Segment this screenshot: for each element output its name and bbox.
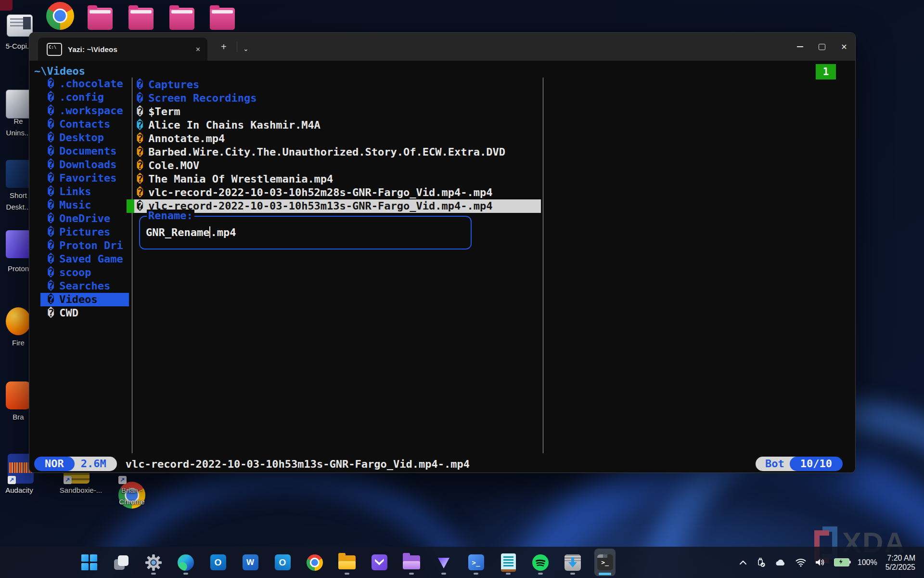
parent-directory-list: �.chocolate �.config �.workspace �Contac… bbox=[40, 77, 129, 320]
pink-folder-icon[interactable] bbox=[210, 8, 235, 30]
settings-icon[interactable] bbox=[143, 549, 164, 576]
parent-row[interactable]: �OneDrive bbox=[40, 212, 129, 225]
parent-row[interactable]: �Links bbox=[40, 185, 129, 198]
audacity-label: Audacity bbox=[0, 485, 46, 496]
parent-row[interactable]: �Favorites bbox=[40, 171, 129, 185]
status-filename: vlc-record-2022-10-03-10h53m13s-GNR-Farg… bbox=[126, 458, 470, 470]
proton-vpn-icon[interactable] bbox=[433, 549, 454, 576]
folder-name: Pictures bbox=[59, 225, 110, 239]
rename-input[interactable]: GNR_Rename.mp4 bbox=[146, 226, 236, 238]
mail-app-icon[interactable] bbox=[369, 549, 390, 576]
parent-row[interactable]: �Saved Game bbox=[40, 252, 129, 266]
parent-row[interactable]: �.config bbox=[40, 91, 129, 104]
start-button[interactable] bbox=[78, 549, 100, 576]
parent-row[interactable]: �Music bbox=[40, 198, 129, 212]
minimize-button[interactable] bbox=[789, 33, 811, 61]
battery-percentage: 100% bbox=[858, 558, 877, 567]
parent-row[interactable]: �Documents bbox=[40, 144, 129, 158]
parent-row[interactable]: �scoop bbox=[40, 266, 129, 279]
parent-row[interactable]: �CWD bbox=[40, 306, 129, 320]
spotify-icon[interactable] bbox=[530, 549, 551, 576]
mode-indicator: NOR bbox=[34, 457, 75, 471]
proton-icon[interactable] bbox=[6, 230, 31, 258]
rename-dialog: Rename: GNR_Rename.mp4 bbox=[139, 216, 472, 250]
taskbar: O W O >_ bbox=[0, 547, 924, 578]
parent-row[interactable]: �Desktop bbox=[40, 131, 129, 144]
word-icon[interactable]: W bbox=[240, 549, 261, 576]
volume-icon[interactable] bbox=[815, 558, 826, 567]
installer-icon[interactable] bbox=[562, 549, 583, 576]
maximize-button[interactable] bbox=[811, 33, 833, 61]
folder-icon: � bbox=[48, 306, 54, 320]
tab-bar-divider bbox=[237, 41, 237, 52]
parent-row[interactable]: �.workspace bbox=[40, 104, 129, 118]
parent-row[interactable]: �Downloads bbox=[40, 158, 129, 171]
parent-row[interactable]: �Pictures bbox=[40, 225, 129, 239]
outlook-icon[interactable]: O bbox=[207, 549, 229, 576]
firefox-icon[interactable] bbox=[6, 307, 31, 335]
revo-uninstaller-icon[interactable] bbox=[6, 90, 32, 118]
screenshot-file-icon[interactable] bbox=[7, 14, 33, 37]
pink-folder-icon[interactable] bbox=[128, 8, 154, 30]
tray-date: 5/2/2025 bbox=[886, 563, 915, 572]
windows-terminal-icon[interactable]: >_ bbox=[594, 549, 616, 576]
file-row[interactable]: �Alice In Chains Kashmir.M4A bbox=[134, 118, 541, 132]
file-name: Barbed.Wire.City.The.Unauthorized.Story.… bbox=[148, 145, 505, 159]
notepad-plus-plus-icon[interactable] bbox=[498, 549, 519, 576]
parent-row[interactable]: �Videos bbox=[40, 293, 129, 306]
file-icon: � bbox=[137, 92, 143, 105]
tray-chevron-up-icon[interactable] bbox=[739, 559, 747, 566]
gear-icon bbox=[145, 554, 162, 571]
current-directory-header: ~\Videos bbox=[34, 65, 85, 78]
file-icon: � bbox=[137, 132, 143, 145]
tab-dropdown-icon[interactable]: ⌄ bbox=[243, 42, 249, 55]
terminal-tab[interactable]: C:\ Yazi: ~\Videos ✕ bbox=[38, 38, 207, 61]
tab-close-icon[interactable]: ✕ bbox=[195, 46, 201, 53]
onedrive-cloud-icon[interactable] bbox=[774, 558, 787, 567]
file-icon: � bbox=[137, 159, 143, 172]
purple-folder-icon[interactable] bbox=[401, 549, 422, 576]
shortcuts-desktop-icon[interactable] bbox=[6, 160, 31, 188]
file-icon: � bbox=[137, 186, 143, 199]
usb-eject-icon[interactable] bbox=[756, 557, 766, 568]
file-size-indicator: 2.6M bbox=[67, 457, 117, 471]
file-row[interactable]: �vlc-record-2022-10-03-10h52m28s-GNR-Far… bbox=[134, 186, 541, 199]
folder-name: scoop bbox=[59, 266, 91, 279]
brian-chrome-label: Brian - Chrome bbox=[105, 485, 158, 508]
file-explorer-icon[interactable] bbox=[336, 549, 358, 576]
pink-folder-icon[interactable] bbox=[88, 8, 113, 30]
window-close-button[interactable]: ✕ bbox=[833, 33, 855, 61]
parent-row[interactable]: �Contacts bbox=[40, 118, 129, 131]
pink-folder-icon[interactable] bbox=[169, 8, 194, 30]
clock[interactable]: 7:20 AM 5/2/2025 bbox=[886, 553, 915, 572]
task-view-icon[interactable] bbox=[111, 549, 132, 576]
new-tab-button[interactable]: + bbox=[221, 40, 227, 53]
folder-name: Music bbox=[59, 198, 91, 212]
wifi-icon[interactable] bbox=[795, 558, 807, 567]
outlook-calendar-icon[interactable]: O bbox=[272, 549, 293, 576]
folder-name: Proton Dri bbox=[59, 239, 123, 252]
battery-icon[interactable] bbox=[834, 558, 849, 566]
chrome-desktop-icon[interactable] bbox=[46, 2, 74, 30]
file-row[interactable]: �vlc-record-2022-10-03-10h53m13s-GNR-Far… bbox=[134, 199, 541, 213]
file-row[interactable]: �The Mania Of Wrestlemania.mp4 bbox=[134, 172, 541, 186]
edge-icon[interactable] bbox=[175, 549, 196, 576]
parent-row[interactable]: �Proton Dri bbox=[40, 239, 129, 252]
file-row[interactable]: �Captures bbox=[134, 78, 541, 92]
folder-name: Documents bbox=[59, 144, 116, 158]
brave-icon[interactable] bbox=[6, 381, 31, 409]
status-bar: NOR 2.6M vlc-record-2022-10-03-10h53m13s… bbox=[34, 457, 470, 471]
parent-row[interactable]: �.chocolate bbox=[40, 77, 129, 91]
chrome-taskbar-icon[interactable] bbox=[304, 549, 325, 576]
file-row[interactable]: �Screen Recordings bbox=[134, 92, 541, 105]
file-row[interactable]: �$Term bbox=[134, 105, 541, 118]
file-row[interactable]: �Barbed.Wire.City.The.Unauthorized.Story… bbox=[134, 145, 541, 159]
file-row[interactable]: �Cole.MOV bbox=[134, 159, 541, 172]
powershell-icon[interactable]: >_ bbox=[465, 549, 487, 576]
file-row[interactable]: �Annotate.mp4 bbox=[134, 132, 541, 145]
folder-icon: � bbox=[48, 131, 54, 144]
parent-row[interactable]: �Searches bbox=[40, 279, 129, 293]
title-bar[interactable]: C:\ Yazi: ~\Videos ✕ + ⌄ ✕ bbox=[29, 33, 855, 61]
file-count: 10/10 bbox=[790, 457, 843, 471]
folder-icon: � bbox=[48, 293, 54, 306]
